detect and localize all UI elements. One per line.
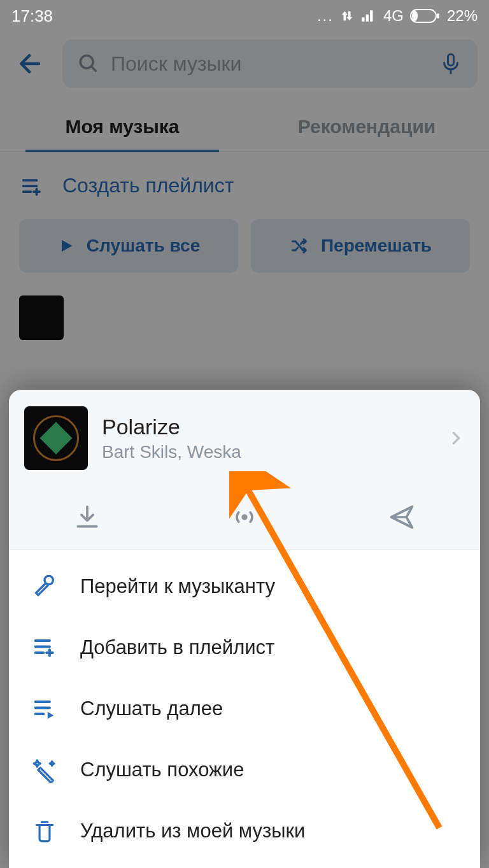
sheet-track-header[interactable]: Polarize Bart Skils, Weska: [9, 390, 480, 485]
download-button[interactable]: [9, 485, 166, 549]
status-time: 17:38: [11, 6, 53, 26]
battery-icon: [410, 9, 441, 23]
menu-label: Перейти к музыканту: [80, 575, 275, 598]
data-transfer-icon: [340, 9, 354, 23]
battery-percent: 22%: [447, 7, 478, 25]
network-label: 4G: [383, 7, 404, 25]
download-icon: [73, 503, 101, 531]
share-button[interactable]: [323, 485, 480, 549]
menu-delete[interactable]: Удалить из моей музыки: [9, 800, 480, 862]
menu-add-to-playlist[interactable]: Добавить в плейлист: [9, 617, 480, 678]
chevron-right-icon: [447, 429, 465, 447]
broadcast-icon: [229, 503, 260, 531]
queue-next-icon: [32, 697, 57, 721]
status-right: ... 4G 22%: [317, 7, 478, 25]
svg-rect-1: [412, 11, 418, 21]
album-cover: [24, 406, 88, 470]
menu-go-to-artist[interactable]: Перейти к музыканту: [9, 556, 480, 617]
menu-label: Добавить в плейлист: [80, 636, 274, 659]
menu-label: Слушать далее: [80, 697, 223, 720]
menu-play-similar[interactable]: Слушать похожие: [9, 739, 480, 800]
menu-label: Удалить из моей музыки: [80, 820, 305, 843]
signal-icon: [360, 9, 377, 23]
menu-play-next[interactable]: Слушать далее: [9, 678, 480, 739]
broadcast-button[interactable]: [166, 485, 323, 549]
magic-wand-icon: [32, 757, 57, 783]
microphone-icon: [32, 574, 57, 599]
track-artist: Bart Skils, Weska: [102, 442, 433, 462]
playlist-add-icon: [32, 636, 57, 660]
share-icon: [386, 503, 417, 531]
svg-point-5: [241, 514, 247, 520]
track-title: Polarize: [102, 415, 433, 439]
trash-icon: [32, 818, 57, 844]
more-dots-icon: ...: [317, 7, 334, 25]
menu-label: Слушать похожие: [80, 758, 244, 781]
svg-rect-2: [437, 13, 439, 18]
bottom-sheet: Polarize Bart Skils, Weska Перейти к муз…: [9, 390, 480, 868]
